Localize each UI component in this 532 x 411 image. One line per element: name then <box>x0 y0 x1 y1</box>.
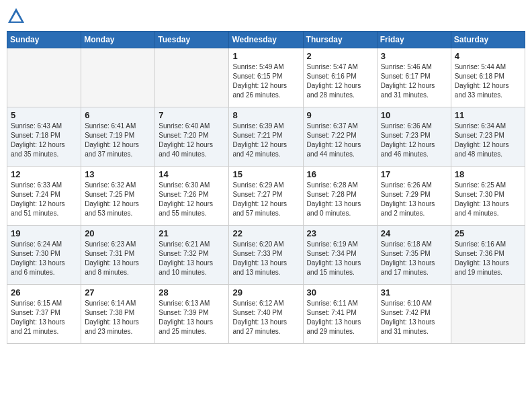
calendar-cell <box>7 48 81 107</box>
calendar-cell <box>81 48 155 107</box>
day-number: 5 <box>11 110 77 120</box>
day-info: Sunrise: 6:41 AMSunset: 7:19 PMDaylight:… <box>85 122 151 159</box>
day-number: 9 <box>307 110 373 120</box>
calendar-cell: 24Sunrise: 6:18 AMSunset: 7:35 PMDayligh… <box>377 226 451 285</box>
day-number: 4 <box>455 51 521 61</box>
calendar-cell: 14Sunrise: 6:30 AMSunset: 7:26 PMDayligh… <box>155 167 229 226</box>
day-info: Sunrise: 6:37 AMSunset: 7:22 PMDaylight:… <box>307 122 373 159</box>
calendar-cell: 9Sunrise: 6:37 AMSunset: 7:22 PMDaylight… <box>303 107 377 167</box>
calendar-cell: 25Sunrise: 6:16 AMSunset: 7:36 PMDayligh… <box>451 226 525 285</box>
day-number: 11 <box>455 110 521 120</box>
calendar-cell: 5Sunrise: 6:43 AMSunset: 7:18 PMDaylight… <box>7 107 81 167</box>
weekday-header: Saturday <box>451 32 525 48</box>
day-number: 18 <box>455 169 521 179</box>
calendar-cell: 4Sunrise: 5:44 AMSunset: 6:18 PMDaylight… <box>451 48 525 107</box>
calendar-cell: 6Sunrise: 6:41 AMSunset: 7:19 PMDaylight… <box>81 107 155 167</box>
day-number: 3 <box>381 51 447 61</box>
calendar-cell: 16Sunrise: 6:28 AMSunset: 7:28 PMDayligh… <box>303 167 377 226</box>
day-number: 26 <box>11 287 77 298</box>
day-number: 29 <box>232 287 299 298</box>
day-number: 17 <box>381 169 447 179</box>
weekday-header: Friday <box>377 32 451 48</box>
day-info: Sunrise: 6:33 AMSunset: 7:24 PMDaylight:… <box>11 181 77 218</box>
calendar-cell: 26Sunrise: 6:15 AMSunset: 7:37 PMDayligh… <box>7 285 81 344</box>
day-info: Sunrise: 6:16 AMSunset: 7:36 PMDaylight:… <box>455 240 521 277</box>
day-info: Sunrise: 6:25 AMSunset: 7:30 PMDaylight:… <box>455 181 521 218</box>
calendar-cell: 13Sunrise: 6:32 AMSunset: 7:25 PMDayligh… <box>81 167 155 226</box>
day-info: Sunrise: 6:39 AMSunset: 7:21 PMDaylight:… <box>232 122 299 159</box>
day-info: Sunrise: 5:47 AMSunset: 6:16 PMDaylight:… <box>307 62 373 100</box>
calendar-cell: 27Sunrise: 6:14 AMSunset: 7:38 PMDayligh… <box>81 285 155 344</box>
day-number: 6 <box>85 110 151 120</box>
weekday-header: Wednesday <box>229 32 303 48</box>
calendar-cell: 1Sunrise: 5:49 AMSunset: 6:15 PMDaylight… <box>229 48 303 107</box>
day-number: 25 <box>455 228 521 238</box>
logo-icon <box>7 7 26 26</box>
calendar-cell: 8Sunrise: 6:39 AMSunset: 7:21 PMDaylight… <box>229 107 303 167</box>
day-number: 13 <box>85 169 151 179</box>
day-number: 8 <box>232 110 299 120</box>
weekday-header: Thursday <box>303 32 377 48</box>
calendar-cell: 11Sunrise: 6:34 AMSunset: 7:23 PMDayligh… <box>451 107 525 167</box>
day-number: 14 <box>159 169 225 179</box>
calendar-cell: 23Sunrise: 6:19 AMSunset: 7:34 PMDayligh… <box>303 226 377 285</box>
day-number: 20 <box>85 228 151 238</box>
day-number: 30 <box>307 287 373 298</box>
day-number: 7 <box>159 110 225 120</box>
calendar-cell: 30Sunrise: 6:11 AMSunset: 7:41 PMDayligh… <box>303 285 377 344</box>
calendar-cell: 17Sunrise: 6:26 AMSunset: 7:29 PMDayligh… <box>377 167 451 226</box>
calendar-cell: 18Sunrise: 6:25 AMSunset: 7:30 PMDayligh… <box>451 167 525 226</box>
day-info: Sunrise: 6:19 AMSunset: 7:34 PMDaylight:… <box>307 240 373 277</box>
day-number: 19 <box>11 228 77 238</box>
day-info: Sunrise: 6:28 AMSunset: 7:28 PMDaylight:… <box>307 181 373 218</box>
calendar-cell: 2Sunrise: 5:47 AMSunset: 6:16 PMDaylight… <box>303 48 377 107</box>
day-info: Sunrise: 6:43 AMSunset: 7:18 PMDaylight:… <box>11 122 77 159</box>
calendar-cell: 29Sunrise: 6:12 AMSunset: 7:40 PMDayligh… <box>229 285 303 344</box>
day-info: Sunrise: 6:40 AMSunset: 7:20 PMDaylight:… <box>159 122 225 159</box>
day-info: Sunrise: 6:15 AMSunset: 7:37 PMDaylight:… <box>11 299 77 336</box>
day-number: 12 <box>11 169 77 179</box>
day-info: Sunrise: 5:49 AMSunset: 6:15 PMDaylight:… <box>232 62 299 100</box>
day-info: Sunrise: 6:12 AMSunset: 7:40 PMDaylight:… <box>232 299 299 336</box>
day-info: Sunrise: 6:32 AMSunset: 7:25 PMDaylight:… <box>85 181 151 218</box>
day-info: Sunrise: 6:36 AMSunset: 7:23 PMDaylight:… <box>381 122 447 159</box>
calendar-cell: 3Sunrise: 5:46 AMSunset: 6:17 PMDaylight… <box>377 48 451 107</box>
day-number: 15 <box>232 169 299 179</box>
day-info: Sunrise: 6:24 AMSunset: 7:30 PMDaylight:… <box>11 240 77 277</box>
calendar-cell <box>155 48 229 107</box>
day-info: Sunrise: 5:46 AMSunset: 6:17 PMDaylight:… <box>381 62 447 100</box>
calendar-cell: 19Sunrise: 6:24 AMSunset: 7:30 PMDayligh… <box>7 226 81 285</box>
calendar-cell: 10Sunrise: 6:36 AMSunset: 7:23 PMDayligh… <box>377 107 451 167</box>
day-info: Sunrise: 6:14 AMSunset: 7:38 PMDaylight:… <box>85 299 151 336</box>
day-info: Sunrise: 6:23 AMSunset: 7:31 PMDaylight:… <box>85 240 151 277</box>
weekday-header: Monday <box>81 32 155 48</box>
day-info: Sunrise: 6:10 AMSunset: 7:42 PMDaylight:… <box>381 299 447 336</box>
weekday-header: Sunday <box>7 32 81 48</box>
calendar-cell: 7Sunrise: 6:40 AMSunset: 7:20 PMDaylight… <box>155 107 229 167</box>
calendar-cell: 15Sunrise: 6:29 AMSunset: 7:27 PMDayligh… <box>229 167 303 226</box>
day-number: 31 <box>381 287 447 298</box>
calendar-cell: 12Sunrise: 6:33 AMSunset: 7:24 PMDayligh… <box>7 167 81 226</box>
day-info: Sunrise: 6:29 AMSunset: 7:27 PMDaylight:… <box>232 181 299 218</box>
calendar-cell: 22Sunrise: 6:20 AMSunset: 7:33 PMDayligh… <box>229 226 303 285</box>
day-info: Sunrise: 6:20 AMSunset: 7:33 PMDaylight:… <box>232 240 299 277</box>
calendar-cell: 20Sunrise: 6:23 AMSunset: 7:31 PMDayligh… <box>81 226 155 285</box>
day-info: Sunrise: 6:30 AMSunset: 7:26 PMDaylight:… <box>159 181 225 218</box>
calendar-cell: 28Sunrise: 6:13 AMSunset: 7:39 PMDayligh… <box>155 285 229 344</box>
day-number: 23 <box>307 228 373 238</box>
day-number: 10 <box>381 110 447 120</box>
day-info: Sunrise: 6:13 AMSunset: 7:39 PMDaylight:… <box>159 299 225 336</box>
page-header <box>7 7 525 26</box>
day-number: 21 <box>159 228 225 238</box>
calendar-table: SundayMondayTuesdayWednesdayThursdayFrid… <box>7 31 525 344</box>
calendar-cell: 21Sunrise: 6:21 AMSunset: 7:32 PMDayligh… <box>155 226 229 285</box>
day-info: Sunrise: 6:11 AMSunset: 7:41 PMDaylight:… <box>307 299 373 336</box>
calendar-cell <box>451 285 525 344</box>
day-info: Sunrise: 5:44 AMSunset: 6:18 PMDaylight:… <box>455 62 521 100</box>
day-info: Sunrise: 6:26 AMSunset: 7:29 PMDaylight:… <box>381 181 447 218</box>
day-number: 28 <box>159 287 225 298</box>
weekday-header: Tuesday <box>155 32 229 48</box>
day-info: Sunrise: 6:18 AMSunset: 7:35 PMDaylight:… <box>381 240 447 277</box>
day-number: 22 <box>232 228 299 238</box>
calendar-cell: 31Sunrise: 6:10 AMSunset: 7:42 PMDayligh… <box>377 285 451 344</box>
